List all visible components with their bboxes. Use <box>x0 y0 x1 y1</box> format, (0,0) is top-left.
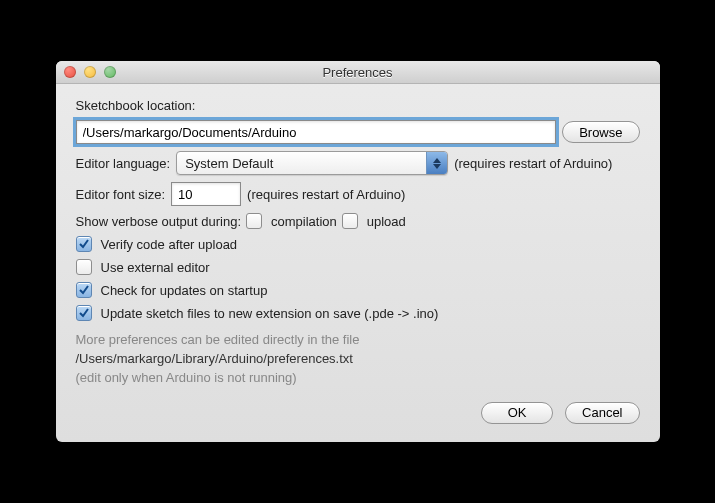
extension-checkbox[interactable] <box>76 305 92 321</box>
note-path: /Users/markargo/Library/Arduino/preferen… <box>76 350 640 369</box>
fontsize-label: Editor font size: <box>76 187 166 202</box>
preferences-window: Preferences Sketchbook location: Browse … <box>56 61 660 442</box>
language-label: Editor language: <box>76 156 171 171</box>
traffic-lights <box>64 66 116 78</box>
verbose-label: Show verbose output during: <box>76 214 242 229</box>
minimize-icon[interactable] <box>84 66 96 78</box>
fontsize-hint: (requires restart of Arduino) <box>247 187 405 202</box>
external-editor-label: Use external editor <box>101 260 210 275</box>
extension-label: Update sketch files to new extension on … <box>101 306 439 321</box>
note-line3: (edit only when Arduino is not running) <box>76 369 640 388</box>
updates-label: Check for updates on startup <box>101 283 268 298</box>
language-hint: (requires restart of Arduino) <box>454 156 612 171</box>
cancel-button[interactable]: Cancel <box>565 402 639 424</box>
language-select[interactable]: System Default <box>176 151 448 175</box>
external-editor-checkbox[interactable] <box>76 259 92 275</box>
sketchbook-label: Sketchbook location: <box>76 98 640 113</box>
updates-checkbox[interactable] <box>76 282 92 298</box>
dialog-body: Sketchbook location: Browse Editor langu… <box>56 84 660 442</box>
upload-label: upload <box>367 214 406 229</box>
window-title: Preferences <box>322 65 392 80</box>
titlebar: Preferences <box>56 61 660 84</box>
language-selected: System Default <box>177 156 426 171</box>
upload-checkbox[interactable] <box>342 213 358 229</box>
compilation-label: compilation <box>271 214 337 229</box>
verify-label: Verify code after upload <box>101 237 238 252</box>
close-icon[interactable] <box>64 66 76 78</box>
sketchbook-input[interactable] <box>76 120 557 144</box>
note-line1: More preferences can be edited directly … <box>76 331 640 350</box>
ok-button[interactable]: OK <box>481 402 553 424</box>
verify-checkbox[interactable] <box>76 236 92 252</box>
fontsize-input[interactable] <box>171 182 241 206</box>
browse-button[interactable]: Browse <box>562 121 639 143</box>
note-block: More preferences can be edited directly … <box>76 331 640 388</box>
zoom-icon[interactable] <box>104 66 116 78</box>
select-caps-icon <box>426 152 447 174</box>
verbose-row: Show verbose output during: compilation … <box>76 213 640 229</box>
compilation-checkbox[interactable] <box>246 213 262 229</box>
